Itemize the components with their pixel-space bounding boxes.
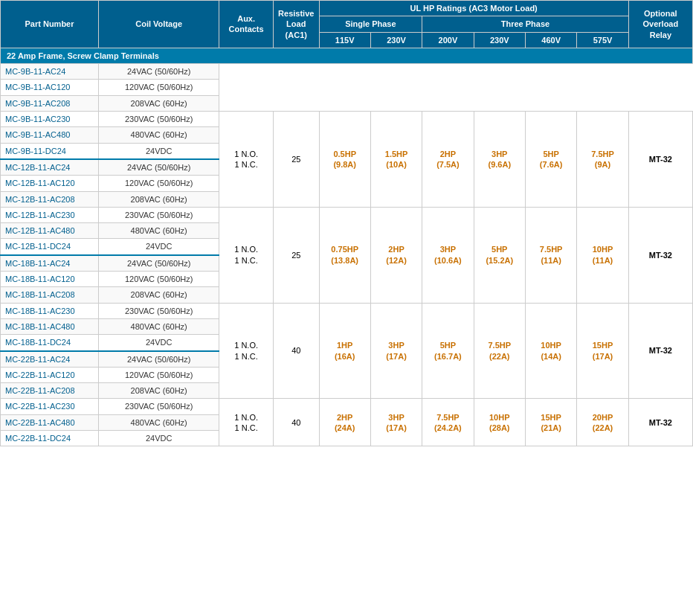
hp-575v-cell: 15HP (17A) [577,303,628,399]
part-number-cell: MC-9B-11-AC230 [1,112,99,127]
part-number-cell: MC-22B-11-DC24 [1,431,99,446]
part-number-cell: MC-22B-11-AC208 [1,383,99,399]
coil-voltage-cell: 230VAC (50/60Hz) [99,303,219,318]
coil-voltage-cell: 208VAC (60Hz) [99,191,219,207]
resistive-load-cell: 25 [273,207,319,303]
resistive-load-cell: 25 [273,112,319,208]
part-number-cell: MC-9B-11-DC24 [1,143,99,159]
aux-contacts-cell: 1 N.O. 1 N.C. [219,207,274,303]
hp-460v-cell: 7.5HP (11A) [525,207,576,303]
hp-230v-single-cell: 2HP (12A) [370,207,422,303]
coil-voltage-cell: 24VAC (50/60Hz) [99,159,219,176]
aux-contacts-cell: 1 N.O. 1 N.C. [219,112,274,208]
part-number-cell: MC-12B-11-AC208 [1,191,99,207]
coil-voltage-cell: 480VAC (60Hz) [99,223,219,239]
hp-230v-three-cell: 7.5HP (22A) [474,303,525,399]
coil-voltage-cell: 120VAC (50/60Hz) [99,272,219,287]
hp-200v-cell: 2HP (7.5A) [422,112,474,208]
coil-voltage-cell: 24VAC (50/60Hz) [99,64,219,80]
hp-115v-cell: 0.5HP (9.8A) [319,112,370,208]
col-header-aux: Aux. Contacts [219,1,274,48]
col-header-single-phase: Single Phase [319,16,422,32]
col-header-part: Part Number [1,1,99,48]
resistive-load-cell: 40 [273,399,319,446]
hp-575v-cell: 7.5HP (9A) [577,112,628,208]
hp-230v-single-cell: 1.5HP (10A) [370,112,422,208]
col-header-115v: 115V [319,32,370,48]
col-header-230v-three: 230V [474,32,525,48]
coil-voltage-cell: 24VAC (50/60Hz) [99,351,219,368]
hp-460v-cell: 5HP (7.6A) [525,112,576,208]
hp-230v-single-cell: 3HP (17A) [370,399,422,446]
part-number-cell: MC-12B-11-AC120 [1,176,99,191]
coil-voltage-cell: 24VAC (50/60Hz) [99,255,219,272]
part-number-cell: MC-18B-11-AC230 [1,303,99,318]
part-number-cell: MC-18B-11-DC24 [1,335,99,351]
relay-model-cell: MT-32 [628,399,692,446]
coil-voltage-cell: 24VDC [99,239,219,255]
part-number-cell: MC-22B-11-AC120 [1,367,99,382]
part-number-cell: MC-22B-11-AC230 [1,399,99,414]
section-header: 22 Amp Frame, Screw Clamp Terminals [1,48,693,63]
hp-115v-cell: 0.75HP (13.8A) [319,207,370,303]
coil-voltage-cell: 120VAC (50/60Hz) [99,367,219,382]
hp-200v-cell: 3HP (10.6A) [422,207,474,303]
hp-115v-cell: 2HP (24A) [319,399,370,446]
resistive-load-cell: 40 [273,303,319,399]
hp-115v-cell: 1HP (16A) [319,303,370,399]
coil-voltage-cell: 230VAC (50/60Hz) [99,207,219,222]
part-number-cell: MC-18B-11-AC208 [1,287,99,303]
part-number-cell: MC-12B-11-AC230 [1,207,99,222]
col-header-200v: 200V [422,32,474,48]
part-number-cell: MC-9B-11-AC480 [1,127,99,143]
coil-voltage-cell: 24VDC [99,143,219,159]
hp-230v-single-cell: 3HP (17A) [370,303,422,399]
hp-230v-three-cell: 5HP (15.2A) [474,207,525,303]
hp-460v-cell: 15HP (21A) [525,399,576,446]
coil-voltage-cell: 120VAC (50/60Hz) [99,176,219,191]
part-number-cell: MC-12B-11-AC480 [1,223,99,239]
hp-230v-three-cell: 3HP (9.6A) [474,112,525,208]
coil-voltage-cell: 480VAC (60Hz) [99,318,219,334]
relay-model-cell: MT-32 [628,303,692,399]
coil-voltage-cell: 24VDC [99,431,219,446]
relay-model-cell: MT-32 [628,112,692,208]
part-number-cell: MC-9B-11-AC208 [1,95,99,111]
part-number-cell: MC-22B-11-AC480 [1,414,99,430]
coil-voltage-cell: 24VDC [99,335,219,351]
col-header-460v: 460V [525,32,576,48]
col-header-relay: Optional Overload Relay [628,1,692,48]
coil-voltage-cell: 230VAC (50/60Hz) [99,399,219,414]
col-header-coil: Coil Voltage [99,1,219,48]
coil-voltage-cell: 230VAC (50/60Hz) [99,112,219,127]
coil-voltage-cell: 480VAC (60Hz) [99,127,219,143]
coil-voltage-cell: 120VAC (50/60Hz) [99,80,219,95]
col-header-ul-hp: UL HP Ratings (AC3 Motor Load) [319,1,628,16]
part-number-cell: MC-18B-11-AC24 [1,255,99,272]
coil-voltage-cell: 208VAC (60Hz) [99,287,219,303]
col-header-575v: 575V [577,32,628,48]
part-number-cell: MC-18B-11-AC480 [1,318,99,334]
hp-460v-cell: 10HP (14A) [525,303,576,399]
part-number-cell: MC-12B-11-AC24 [1,159,99,176]
col-header-230v-single: 230V [370,32,422,48]
hp-200v-cell: 5HP (16.7A) [422,303,474,399]
aux-contacts-cell: 1 N.O. 1 N.C. [219,399,274,446]
hp-575v-cell: 20HP (22A) [577,399,628,446]
coil-voltage-cell: 208VAC (60Hz) [99,383,219,399]
part-number-cell: MC-9B-11-AC120 [1,80,99,95]
part-number-cell: MC-12B-11-DC24 [1,239,99,255]
col-header-three-phase: Three Phase [422,16,629,32]
main-table: Part Number Coil Voltage Aux. Contacts R… [0,0,693,446]
hp-575v-cell: 10HP (11A) [577,207,628,303]
aux-contacts-cell: 1 N.O. 1 N.C. [219,303,274,399]
hp-230v-three-cell: 10HP (28A) [474,399,525,446]
coil-voltage-cell: 480VAC (60Hz) [99,414,219,430]
coil-voltage-cell: 208VAC (60Hz) [99,95,219,111]
hp-200v-cell: 7.5HP (24.2A) [422,399,474,446]
col-header-res: Resistive Load (AC1) [273,1,319,48]
part-number-cell: MC-18B-11-AC120 [1,272,99,287]
part-number-cell: MC-9B-11-AC24 [1,64,99,80]
part-number-cell: MC-22B-11-AC24 [1,351,99,368]
relay-model-cell: MT-32 [628,207,692,303]
